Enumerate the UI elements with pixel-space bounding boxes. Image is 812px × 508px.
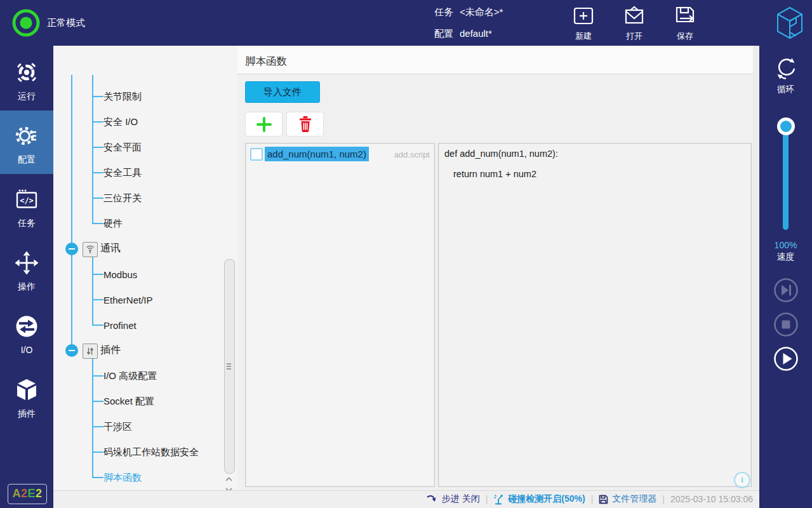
svg-text:</>: </> [20, 196, 34, 205]
system-timestamp: 2025-03-10 15:03:06 [670, 494, 753, 504]
step-mode-icon [426, 494, 438, 504]
cube-icon [14, 377, 39, 403]
tree-line [93, 147, 103, 148]
tree-line [93, 324, 103, 326]
tree-item-modbus[interactable]: Modbus [103, 269, 137, 280]
separator: | [486, 494, 488, 504]
tree-item-communication[interactable]: 通讯 [100, 242, 121, 255]
tree-line [71, 75, 72, 351]
tree-item-socket-config[interactable]: Socket 配置 [103, 396, 154, 408]
import-file-button[interactable]: 导入文件 [245, 81, 320, 103]
nav-item-config[interactable]: 配置 [0, 110, 53, 174]
tree-line [93, 477, 103, 478]
io-arrows-icon [14, 314, 39, 339]
tree-line [93, 274, 103, 275]
tree-item-plugins[interactable]: 插件 [100, 344, 121, 357]
script-function-row[interactable]: add_num(num1, num2) add.script [246, 144, 434, 163]
import-file-button-label: 导入文件 [263, 86, 302, 98]
scrollbar-grip [227, 368, 231, 370]
new-button-label: 新建 [567, 30, 600, 42]
scrollbar-grip [227, 363, 231, 364]
collapse-node-icon[interactable] [65, 344, 78, 357]
nav-item-operate[interactable]: 操作 [0, 237, 53, 301]
save-icon [674, 6, 696, 27]
tree-item-profinet[interactable]: Profinet [103, 320, 136, 331]
config-tree-panel: 关节限制 安全 I/O 安全平面 安全工具 三位开关 硬件 通讯 Modbus … [53, 46, 238, 490]
tree-line [93, 172, 103, 173]
scrollbar-grip [227, 366, 231, 367]
collapse-node-icon[interactable] [65, 243, 78, 255]
tree-item-safety-tool[interactable]: 安全工具 [103, 167, 142, 179]
nav-item-task[interactable]: </> 任务 [0, 174, 53, 237]
collision-detection-status[interactable]: 碰撞检测开启(50%) [508, 493, 585, 505]
tree-line [93, 426, 103, 427]
top-bar: 正常模式 任务 <未命名>* 配置 default* 新建 打开 [0, 0, 812, 46]
sliders-icon [83, 344, 98, 359]
task-label: 任务 [434, 6, 453, 18]
tree-item-interference[interactable]: 干涉区 [103, 421, 132, 433]
tree-scrollbar[interactable] [224, 259, 235, 474]
tree-line [93, 451, 103, 453]
script-function-list: add_num(num1, num2) add.script [245, 143, 435, 487]
tree-item-io-advanced[interactable]: I/O 高级配置 [103, 370, 157, 382]
nav-item-label: 运行 [0, 91, 53, 102]
trash-icon [298, 116, 313, 133]
badge-char: 2 [21, 487, 28, 500]
tree-item-hardware[interactable]: 硬件 [103, 218, 123, 230]
code-line: return num1 + num2 [453, 169, 536, 179]
tree-line [93, 121, 103, 123]
badge-char: A [12, 487, 21, 500]
brand-logo-icon [776, 6, 804, 39]
robot-model-badge[interactable]: A2E2 [8, 484, 47, 504]
info-icon[interactable]: i [734, 472, 750, 488]
nav-item-label: 操作 [0, 281, 53, 293]
speed-slider-track[interactable] [783, 124, 789, 230]
file-manager-icon [599, 495, 608, 504]
speed-slider-knob[interactable] [777, 117, 795, 135]
nav-item-label: I/O [0, 345, 53, 355]
tree-item-three-pos-switch[interactable]: 三位开关 [103, 192, 142, 204]
tree-line [93, 375, 103, 377]
tree-item-safety-io[interactable]: 安全 I/O [103, 116, 138, 128]
open-file-icon [623, 6, 646, 27]
open-button[interactable]: 打开 [618, 6, 651, 42]
loop-icon[interactable] [773, 56, 799, 81]
tree-item-safety-plane[interactable]: 安全平面 [103, 142, 142, 154]
play-button[interactable] [772, 345, 800, 373]
new-button[interactable]: 新建 [567, 6, 600, 42]
scroll-up-button[interactable] [224, 474, 234, 483]
file-manager-link[interactable]: 文件管理器 [612, 493, 656, 505]
delete-function-button[interactable] [286, 112, 324, 137]
function-checkbox[interactable] [250, 148, 263, 161]
page-title: 脚本函数 [245, 55, 287, 69]
tree-line [93, 223, 103, 224]
nav-item-io[interactable]: I/O [0, 301, 53, 364]
tree-item-script-functions[interactable]: 脚本函数 [103, 472, 142, 484]
function-signature[interactable]: add_num(num1, num2) [265, 147, 369, 161]
speed-value: 100% [759, 240, 812, 250]
stop-button[interactable] [772, 311, 800, 338]
nav-item-plugin[interactable]: 插件 [0, 364, 53, 428]
script-file-name: add.script [394, 150, 430, 159]
step-mode-status[interactable]: 步进 关闭 [442, 493, 480, 505]
code-line: def add_num(num1, num2): [444, 149, 558, 159]
tree-item-joint-limits[interactable]: 关节限制 [103, 91, 142, 103]
mode-label: 正常模式 [47, 17, 85, 29]
script-code-viewer[interactable]: def add_num(num1, num2): return num1 + n… [438, 143, 752, 487]
separator: | [591, 494, 594, 504]
save-button[interactable]: 保存 [669, 6, 702, 42]
speed-label: 速度 [759, 251, 812, 263]
tree-line [93, 96, 103, 97]
add-function-button[interactable] [245, 112, 283, 137]
antenna-icon [83, 242, 98, 257]
nav-item-run[interactable]: 运行 [0, 47, 53, 110]
status-bar: 步进 关闭 | 碰撞检测开启(50%) | 文件管理器 | 2025-03-10… [53, 490, 759, 507]
nav-item-label: 配置 [0, 154, 53, 166]
nav-item-label: 插件 [0, 408, 53, 420]
tree-line [92, 75, 93, 224]
tree-item-ethernetip[interactable]: EtherNet/IP [103, 295, 153, 305]
step-forward-button[interactable] [772, 276, 800, 304]
run-icon [14, 60, 39, 85]
new-file-icon [572, 6, 595, 27]
tree-item-palletizer-safety[interactable]: 码垛机工作站数据安全 [103, 446, 199, 458]
